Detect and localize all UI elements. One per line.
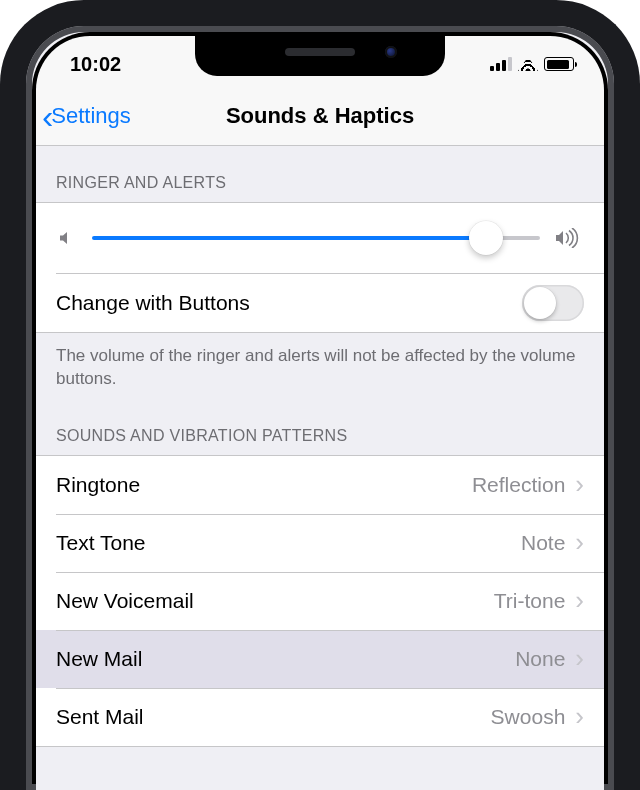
chevron-right-icon: › [575,701,584,732]
volume-slider[interactable] [92,224,540,252]
patterns-row[interactable]: New MailNone› [36,630,604,688]
speaker-max-icon [554,228,584,248]
back-label: Settings [51,103,131,129]
patterns-row-label: New Mail [56,647,142,671]
patterns-group: RingtoneReflection›Text ToneNote›New Voi… [36,455,604,747]
ringer-group: Change with Buttons [36,202,604,333]
screen: 10:02 ‹ Settings Sounds & Haptics RINGER… [36,36,604,790]
speaker-min-icon [56,230,78,246]
patterns-row-label: Text Tone [56,531,146,555]
battery-icon [544,57,574,71]
patterns-row[interactable]: Text ToneNote› [36,514,604,572]
chevron-right-icon: › [575,527,584,558]
patterns-row-value: Tri-tone [494,589,566,613]
wifi-icon [518,57,538,71]
patterns-row[interactable]: RingtoneReflection› [36,456,604,514]
chevron-right-icon: › [575,469,584,500]
change-with-buttons-switch[interactable] [522,285,584,321]
patterns-row-label: Sent Mail [56,705,144,729]
patterns-row-value: Reflection [472,473,565,497]
chevron-right-icon: › [575,585,584,616]
patterns-row-value: Swoosh [491,705,566,729]
change-with-buttons-label: Change with Buttons [56,291,250,315]
change-with-buttons-row: Change with Buttons [36,274,604,332]
page-title: Sounds & Haptics [226,103,414,129]
device-frame: 10:02 ‹ Settings Sounds & Haptics RINGER… [0,0,640,790]
slider-thumb[interactable] [469,221,503,255]
patterns-row[interactable]: Sent MailSwoosh› [36,688,604,746]
volume-slider-row [36,203,604,273]
back-button[interactable]: ‹ Settings [42,86,131,145]
notch [195,36,445,76]
patterns-row[interactable]: New VoicemailTri-tone› [36,572,604,630]
section-header-patterns: SOUNDS AND VIBRATION PATTERNS [36,399,604,455]
section-header-ringer: RINGER AND ALERTS [36,146,604,202]
cellular-icon [490,57,512,71]
status-time: 10:02 [70,53,121,76]
chevron-right-icon: › [575,643,584,674]
patterns-row-label: Ringtone [56,473,140,497]
patterns-row-value: Note [521,531,565,555]
section-footer-ringer: The volume of the ringer and alerts will… [36,333,604,399]
patterns-row-label: New Voicemail [56,589,194,613]
patterns-row-value: None [515,647,565,671]
nav-bar: ‹ Settings Sounds & Haptics [36,86,604,146]
